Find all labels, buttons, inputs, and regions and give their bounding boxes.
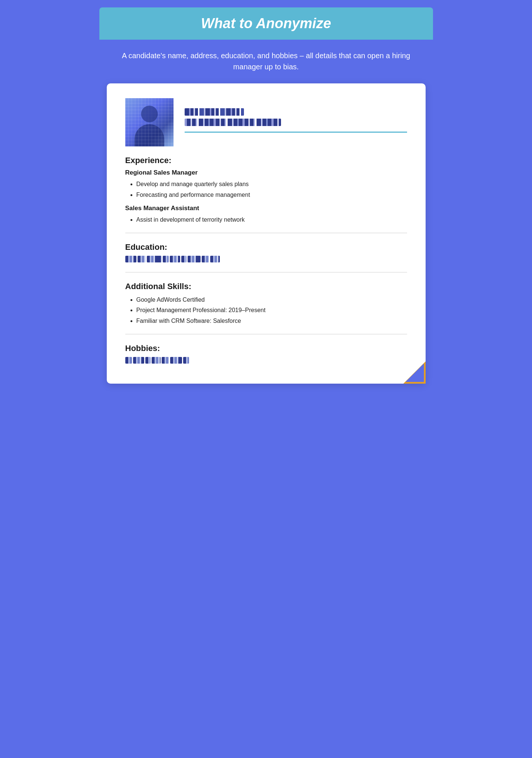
page-wrapper: What to Anonymize A candidate's name, ad… bbox=[99, 7, 433, 395]
profile-section bbox=[125, 98, 407, 146]
header-subtitle: A candidate's name, address, education, … bbox=[122, 50, 411, 72]
job2-title: Sales Manager Assistant bbox=[125, 205, 407, 212]
header-subtitle-wrapper: A candidate's name, address, education, … bbox=[99, 40, 433, 83]
job-title-pixelated bbox=[185, 119, 281, 126]
skills-section: Additional Skills: Google AdWords Certif… bbox=[125, 282, 407, 326]
pix-chunk bbox=[145, 357, 151, 364]
list-item: Project Management Professional: 2019–Pr… bbox=[136, 305, 407, 315]
pix-chunk bbox=[170, 256, 180, 262]
pix-chunk bbox=[181, 256, 186, 262]
corner-fold-decoration bbox=[403, 361, 426, 384]
job2-bullets: Assist in development of terrority netwo… bbox=[125, 215, 407, 225]
avatar bbox=[125, 98, 174, 146]
skills-heading: Additional Skills: bbox=[125, 282, 407, 291]
hobbies-heading: Hobbies: bbox=[125, 344, 407, 353]
job1-bullets: Develop and manage quarterly sales plans… bbox=[125, 179, 407, 199]
pix-chunk bbox=[147, 256, 162, 262]
list-item: Google AdWords Certified bbox=[136, 295, 407, 305]
page-title: What to Anonymize bbox=[114, 16, 418, 32]
skills-bullets: Google AdWords Certified Project Managem… bbox=[125, 295, 407, 326]
pix-chunk bbox=[170, 357, 182, 364]
divider-1 bbox=[125, 233, 407, 233]
avatar-pixelated bbox=[125, 98, 174, 146]
name-pixelated bbox=[185, 108, 244, 116]
pix-chunk bbox=[183, 357, 189, 364]
education-pixelated bbox=[125, 256, 220, 262]
pix-chunk bbox=[188, 256, 201, 262]
job1-title: Regional Sales Manager bbox=[125, 169, 407, 176]
profile-info bbox=[185, 108, 407, 136]
list-item: Forecasting and performance management bbox=[136, 190, 407, 200]
pix-chunk bbox=[138, 256, 146, 262]
list-item: Assist in development of terrority netwo… bbox=[136, 215, 407, 225]
pix-chunk bbox=[163, 256, 169, 262]
list-item: Familiar with CRM Software: Salesforce bbox=[136, 316, 407, 326]
education-heading: Education: bbox=[125, 242, 407, 252]
divider-3 bbox=[125, 334, 407, 334]
divider-2 bbox=[125, 272, 407, 272]
pix-chunk bbox=[210, 256, 220, 262]
pix-chunk bbox=[125, 256, 136, 262]
pix-chunk bbox=[162, 357, 169, 364]
experience-section: Experience: Regional Sales Manager Devel… bbox=[125, 156, 407, 225]
list-item: Develop and manage quarterly sales plans bbox=[136, 179, 407, 189]
experience-heading: Experience: bbox=[125, 156, 407, 165]
hobbies-section: Hobbies: bbox=[125, 344, 407, 365]
pix-chunk bbox=[133, 357, 144, 364]
pix-chunk bbox=[152, 357, 161, 364]
header-banner: What to Anonymize bbox=[99, 7, 433, 40]
hobbies-pixelated bbox=[125, 357, 189, 364]
profile-divider bbox=[185, 132, 407, 133]
pix-chunk bbox=[125, 357, 132, 364]
education-section: Education: bbox=[125, 242, 407, 264]
resume-card: Experience: Regional Sales Manager Devel… bbox=[107, 83, 426, 384]
pix-chunk bbox=[202, 256, 209, 262]
